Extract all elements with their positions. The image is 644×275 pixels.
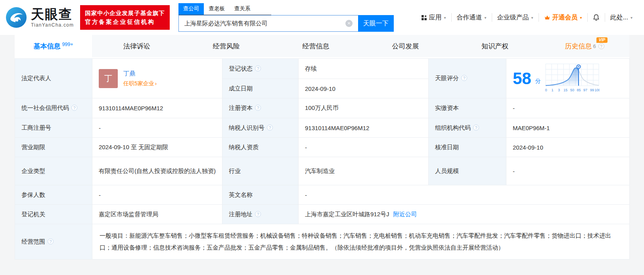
tab-history-count: 6	[593, 43, 596, 49]
nav-notifications[interactable]	[587, 13, 605, 22]
legal-rep-name-link[interactable]: 丁鼎	[123, 70, 157, 77]
field-label-reg-capital: 注册资本?	[222, 98, 299, 118]
tab-business-info[interactable]: 经营信息	[271, 35, 361, 57]
reg-address-value: 上海市嘉定工业区叶城路912号J	[305, 211, 389, 217]
search-tab-boss[interactable]: 查老板	[204, 3, 230, 15]
tab-business-label: 经营信息	[303, 42, 330, 51]
reg-status-label: 登记状态	[229, 65, 253, 72]
org-code-label: 组织机构代码	[435, 124, 471, 131]
chevron-down-icon: ▾	[580, 15, 582, 20]
tab-legal-litigation[interactable]: 法律诉讼	[92, 35, 182, 57]
svg-text:3: 3	[558, 88, 560, 92]
tab-history-label: 历史信息	[565, 42, 592, 51]
help-icon[interactable]: ?	[255, 105, 261, 111]
score-axis-ticks: 0 1 3 15 50 85 97 99 100	[545, 88, 600, 92]
logo-title: 天眼查	[31, 8, 74, 21]
staff-size-value: -	[506, 157, 630, 185]
field-label-industry: 行业	[222, 157, 299, 185]
vip-badge: VIP	[596, 37, 608, 43]
nav-enterprise-products[interactable]: 企业级产品 ▾	[492, 13, 539, 22]
tab-basic-count-badge: 999+	[62, 42, 73, 47]
score-unit: 分	[535, 78, 541, 85]
field-label-reg-authority: 登记机关	[15, 205, 92, 224]
field-label-paid-capital: 实缴资本	[429, 98, 506, 118]
nav-cooperation[interactable]: 合作通道 ▾	[451, 13, 492, 22]
search-input[interactable]	[178, 15, 358, 32]
field-label-company-type: 企业类型	[15, 157, 92, 185]
org-code-value: MAE0P96M-1	[506, 118, 630, 138]
score-cell[interactable]: 58 分	[506, 59, 630, 98]
field-label-english-name: 英文名称	[222, 185, 299, 205]
tab-basic-label: 基本信息	[33, 42, 60, 51]
tab-operating-risk[interactable]: 经营风险	[182, 35, 271, 57]
logo-domain: TianYanCha.com	[31, 23, 74, 27]
tab-risk-label: 经营风险	[213, 42, 240, 51]
search-tabs: 查公司 查老板 查关系	[178, 3, 271, 15]
field-label-business-scope: 经营范围?	[15, 224, 92, 260]
top-nav: 应用 ▾ 合作通道 ▾ 企业级产品 ▾ 开通会员 ▾ 此处... ▾	[416, 10, 638, 25]
search-tab-company[interactable]: 查公司	[178, 3, 204, 15]
tab-development-label: 公司发展	[392, 42, 419, 51]
help-icon[interactable]: ?	[71, 105, 77, 111]
gov-certification-badge: 国家中小企业发展子基金旗下 官方备案企业征信机构	[80, 5, 170, 30]
tab-history-info[interactable]: VIP 历史信息 6 ?	[540, 35, 629, 57]
score-value: 58	[513, 70, 531, 87]
help-icon[interactable]: ?	[255, 211, 261, 217]
field-label-insured-count: 参保人数	[15, 185, 92, 205]
legal-rep-companies-link[interactable]: 任职5家企业›	[123, 80, 157, 87]
help-icon[interactable]: ?	[473, 125, 479, 131]
field-label-score: 天眼评分?	[429, 59, 506, 98]
credit-code-label: 统一社会信用代码	[21, 104, 69, 111]
nav-apps[interactable]: 应用 ▾	[416, 13, 451, 22]
field-label-taxpayer-quality: 纳税人资质	[222, 138, 299, 157]
gov-badge-line1: 国家中小企业发展子基金旗下	[85, 9, 165, 17]
credit-code-value: 91310114MAE0P96M12	[92, 98, 222, 118]
reg-address-label: 注册地址	[229, 211, 253, 217]
nav-account[interactable]: 此处... ▾	[605, 13, 638, 22]
company-type-value: 有限责任公司(自然人投资或控股的法人独资)	[92, 157, 222, 185]
svg-text:50: 50	[570, 88, 574, 92]
nav-apps-label: 应用	[429, 13, 442, 22]
tianyancha-logo[interactable]: 天眼查 TianYanCha.com	[5, 6, 74, 29]
clear-search-icon[interactable]: ×	[345, 20, 353, 27]
nav-open-vip[interactable]: 开通会员 ▾	[539, 13, 587, 22]
field-label-reg-status: 登记状态?	[222, 59, 299, 79]
tab-intellectual-property[interactable]: 知识产权	[450, 35, 540, 57]
bell-icon	[593, 14, 600, 21]
paid-capital-value: -	[506, 98, 630, 118]
tab-basic-info[interactable]: 基本信息 999+	[15, 35, 92, 57]
company-info-table: 法定代表人 丁 丁鼎 任职5家企业› 登记状态? 存	[15, 58, 630, 260]
help-icon[interactable]: ?	[255, 65, 261, 71]
section-tabbar: 基本信息 999+ 法律诉讼 经营风险 经营信息 公司发展 知识产权 VIP 历…	[15, 35, 629, 57]
approval-date-value: 2024-09-10	[506, 138, 630, 157]
nearby-companies-link[interactable]: 附近公司	[393, 211, 417, 217]
search-tab-relation[interactable]: 查关系	[230, 3, 255, 15]
crown-icon	[544, 15, 550, 20]
field-label-staff-size: 人员规模	[429, 157, 506, 185]
reg-authority-value: 嘉定区市场监督管理局	[92, 205, 222, 224]
chevron-down-icon: ▾	[485, 15, 487, 20]
svg-text:15: 15	[564, 88, 567, 92]
insured-count-value: -	[92, 185, 222, 205]
help-icon[interactable]: ?	[598, 43, 604, 49]
legal-rep-avatar[interactable]: 丁	[99, 69, 118, 88]
reg-status-value: 存续	[299, 59, 429, 79]
help-icon[interactable]: ?	[267, 125, 273, 131]
search-button[interactable]: 天眼一下	[358, 15, 394, 32]
field-label-approval-date: 核准日期	[429, 138, 506, 157]
tab-ip-label: 知识产权	[481, 42, 508, 51]
tab-legal-label: 法律诉讼	[123, 42, 150, 51]
reg-capital-label: 注册资本	[229, 104, 253, 111]
apps-grid-icon	[421, 15, 427, 21]
help-icon[interactable]: ?	[461, 75, 467, 81]
field-label-est-date: 成立日期	[222, 79, 299, 98]
svg-text:97: 97	[583, 88, 587, 92]
site-header: 天眼查 TianYanCha.com 国家中小企业发展子基金旗下 官方备案企业征…	[0, 0, 644, 35]
help-icon[interactable]: ?	[48, 238, 54, 244]
chevron-down-icon: ▾	[444, 15, 446, 20]
field-label-reg-address: 注册地址?	[222, 205, 299, 224]
est-date-value: 2024-09-10	[299, 79, 429, 98]
tab-company-development[interactable]: 公司发展	[360, 35, 450, 57]
legal-rep-companies-label: 任职5家企业	[123, 80, 154, 87]
field-label-legal-rep: 法定代表人	[15, 59, 92, 98]
